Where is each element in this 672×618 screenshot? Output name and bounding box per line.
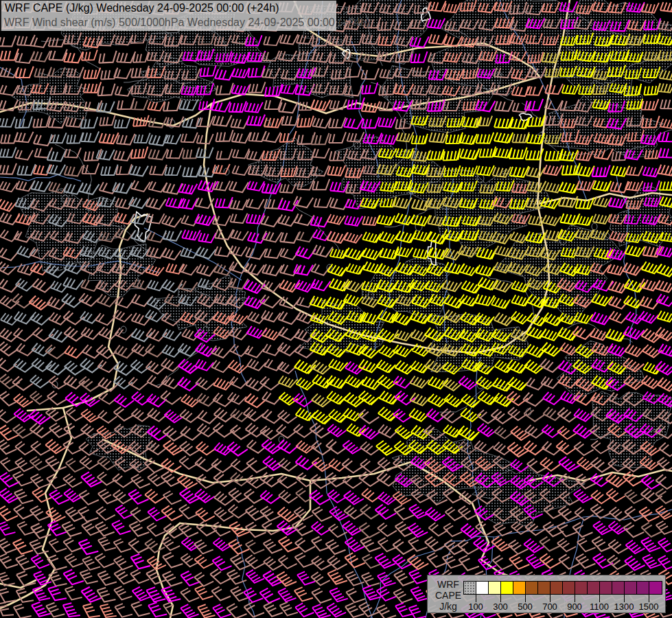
colorbar-cell [476, 582, 489, 594]
colorbar-tick-label: 1100 [590, 602, 609, 612]
colorbar-tick-label: 700 [542, 602, 557, 612]
colorbar-tick-label: 900 [567, 602, 582, 612]
cape-colorbar [463, 581, 662, 595]
wind-shear-title: WRF Wind shear (m/s) 500/1000hPa Wednesd… [4, 16, 370, 29]
colorbar-cell [464, 582, 476, 594]
colorbar-cell [600, 582, 612, 594]
wrf-weather-map: WRF CAPE (J/kg) Wednesday 24-09-2025 00:… [0, 0, 672, 618]
colorbar-tick-label: 1500 [639, 602, 659, 612]
colorbar-tick-label: 100 [468, 602, 483, 612]
colorbar-cell [625, 582, 637, 594]
legend-variable-label: CAPE [432, 590, 465, 601]
map-canvas [0, 0, 672, 618]
colorbar-cell [513, 582, 526, 594]
colorbar-cell [526, 582, 538, 594]
cape-legend: WRF CAPE J/kg 10030050070090011001300150… [427, 575, 666, 613]
legend-model-label: WRF [432, 579, 465, 590]
colorbar-cell [575, 582, 588, 594]
colorbar-cell [489, 582, 501, 594]
cape-title: WRF CAPE (J/kg) Wednesday 24-09-2025 00:… [5, 2, 279, 14]
colorbar-cell [538, 582, 551, 594]
colorbar-cell [637, 582, 649, 594]
colorbar-tick-label: 500 [518, 602, 533, 612]
colorbar-cell [563, 582, 575, 594]
title-overlay: WRF CAPE (J/kg) Wednesday 24-09-2025 00:… [0, 0, 336, 31]
colorbar-tick-label: 300 [493, 602, 508, 612]
colorbar-cell [649, 582, 662, 594]
colorbar-cell [612, 582, 625, 594]
legend-unit-label: J/kg [432, 601, 465, 612]
colorbar-cell [501, 582, 513, 594]
colorbar-cell [551, 582, 563, 594]
colorbar-cell [588, 582, 600, 594]
colorbar-tick-label: 1300 [614, 602, 634, 612]
